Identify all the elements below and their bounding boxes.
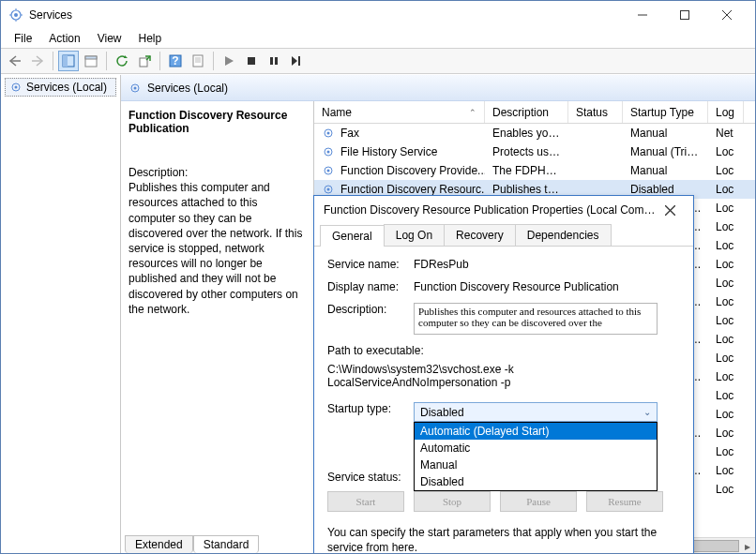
stop-service-button[interactable] <box>241 51 262 71</box>
back-button[interactable] <box>5 51 25 71</box>
menu-view[interactable]: View <box>90 30 129 47</box>
table-row[interactable]: FaxEnables you...ManualNet <box>314 124 755 142</box>
cell-description: Publishes th... <box>485 183 568 196</box>
cell-logon: Loc <box>708 352 744 365</box>
maximize-button[interactable] <box>663 2 705 28</box>
refresh-button[interactable] <box>112 51 132 71</box>
tab-standard[interactable]: Standard <box>193 535 260 553</box>
startup-option[interactable]: Automatic (Delayed Start) <box>415 423 657 440</box>
restart-service-button[interactable] <box>286 51 307 71</box>
tab-logon[interactable]: Log On <box>384 224 445 246</box>
svg-rect-15 <box>85 56 97 59</box>
detail-description: Publishes this computer and resources at… <box>129 180 306 317</box>
cell-name: Function Discovery Provide... <box>340 164 485 177</box>
col-name[interactable]: Name⌃ <box>314 101 485 123</box>
tab-extended[interactable]: Extended <box>125 535 193 553</box>
cell-logon: Loc <box>708 464 744 477</box>
properties-button[interactable] <box>81 51 101 71</box>
pause-button[interactable]: Pause <box>500 491 577 512</box>
col-startup-type[interactable]: Startup Type <box>623 101 708 123</box>
cell-name: File History Service <box>340 145 437 158</box>
panel-header: Services (Local) <box>121 75 755 101</box>
cell-logon: Loc <box>708 202 744 215</box>
startup-option[interactable]: Automatic <box>415 440 657 457</box>
startup-type-options: Automatic (Delayed Start)AutomaticManual… <box>414 422 658 491</box>
description-label: Description: <box>327 303 414 316</box>
cell-logon: Loc <box>708 408 744 421</box>
dialog-titlebar[interactable]: Function Discovery Resource Publication … <box>314 196 693 224</box>
menubar: File Action View Help <box>1 29 755 48</box>
gear-icon <box>322 164 335 177</box>
cell-startup: Disabled <box>623 183 708 196</box>
gear-icon <box>322 127 335 140</box>
svg-point-28 <box>15 86 18 89</box>
svg-rect-26 <box>298 56 300 66</box>
svg-rect-7 <box>680 11 688 20</box>
service-status-label: Service status: <box>327 471 414 484</box>
startup-type-label: Startup type: <box>327 402 414 415</box>
tree-root-label: Services (Local) <box>26 81 107 94</box>
app-icon <box>8 7 23 22</box>
scroll-right-icon[interactable]: ▸ <box>739 538 755 554</box>
window-title: Services <box>29 8 72 22</box>
gear-icon <box>322 145 335 158</box>
gear-icon <box>9 81 23 94</box>
tab-recovery[interactable]: Recovery <box>444 224 516 246</box>
cell-logon: Loc <box>708 145 744 158</box>
startup-option[interactable]: Manual <box>415 457 657 473</box>
pause-service-button[interactable] <box>264 51 284 71</box>
cell-startup: Manual <box>623 164 708 177</box>
svg-point-1 <box>14 13 18 17</box>
help-button[interactable]: ? <box>165 51 186 71</box>
service-name-value: FDResPub <box>414 258 469 271</box>
forward-button[interactable] <box>27 51 48 71</box>
show-hide-tree-button[interactable] <box>58 51 79 71</box>
tree-pane: Services (Local) <box>1 75 121 553</box>
menu-action[interactable]: Action <box>41 30 87 47</box>
svg-point-30 <box>134 86 137 89</box>
start-parameters-note: You can specify the start parameters tha… <box>327 525 680 554</box>
properties-sheet-button[interactable] <box>188 51 208 71</box>
close-button[interactable] <box>705 2 748 28</box>
startup-type-select[interactable]: Disabled ⌄ Automatic (Delayed Start)Auto… <box>414 402 658 422</box>
properties-dialog: Function Discovery Resource Publication … <box>313 195 694 554</box>
tab-general[interactable]: General <box>320 225 385 247</box>
cell-logon: Loc <box>708 220 744 233</box>
table-row[interactable]: File History ServiceProtects use...Manua… <box>314 142 755 161</box>
cell-startup: Manual (Trig... <box>623 145 708 158</box>
cell-logon: Loc <box>708 483 744 496</box>
export-button[interactable] <box>134 51 155 71</box>
col-logon[interactable]: Log <box>708 101 744 123</box>
cell-logon: Net <box>708 127 744 140</box>
chevron-down-icon: ⌄ <box>643 407 651 417</box>
menu-file[interactable]: File <box>7 30 39 47</box>
resume-button[interactable]: Resume <box>586 491 663 512</box>
stop-button[interactable]: Stop <box>414 491 491 512</box>
tree-root-item[interactable]: Services (Local) <box>5 78 116 97</box>
cell-logon: Loc <box>708 239 744 252</box>
table-row[interactable]: Function Discovery Provide...The FDPHO..… <box>314 161 755 180</box>
col-description[interactable]: Description <box>485 101 568 123</box>
path-value: C:\Windows\system32\svchost.exe -k Local… <box>327 363 680 389</box>
description-text[interactable] <box>414 303 658 335</box>
start-service-button[interactable] <box>219 51 239 71</box>
minimize-button[interactable] <box>621 2 663 28</box>
display-name-label: Display name: <box>327 280 414 293</box>
column-headers: Name⌃ Description Status Startup Type Lo… <box>314 101 755 124</box>
startup-option[interactable]: Disabled <box>415 473 657 490</box>
cell-description: Enables you... <box>485 127 568 140</box>
menu-help[interactable]: Help <box>131 30 170 47</box>
svg-rect-24 <box>270 57 273 65</box>
service-control-buttons: Start Stop Pause Resume <box>327 491 680 512</box>
cell-logon: Loc <box>708 389 744 402</box>
cell-startup: Manual <box>623 127 708 140</box>
start-button[interactable]: Start <box>327 491 404 512</box>
dialog-title: Function Discovery Resource Publication … <box>324 203 656 217</box>
dialog-close-button[interactable] <box>656 198 684 222</box>
cell-description: Protects use... <box>485 145 568 158</box>
svg-point-36 <box>327 170 330 172</box>
toolbar: ? <box>1 48 755 74</box>
svg-point-34 <box>327 151 330 154</box>
col-status[interactable]: Status <box>568 101 623 123</box>
tab-dependencies[interactable]: Dependencies <box>515 224 612 246</box>
